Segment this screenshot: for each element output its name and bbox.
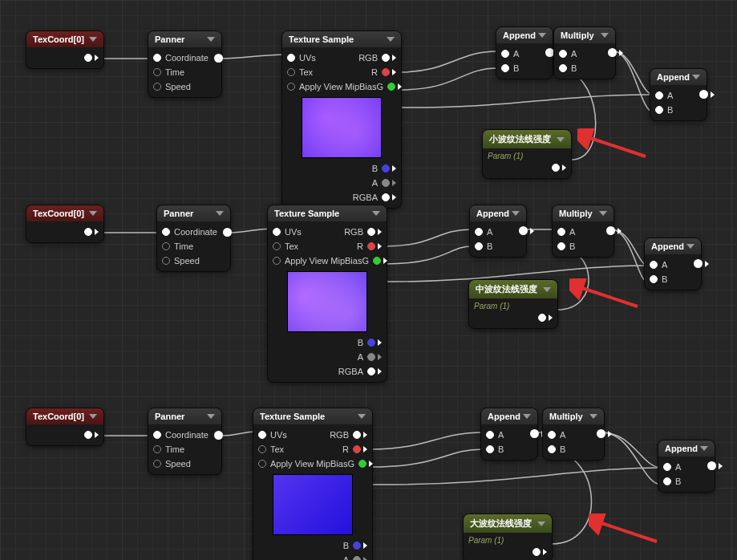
output-pin[interactable]: [538, 314, 546, 322]
collapse-icon[interactable]: [537, 521, 545, 526]
collapse-icon[interactable]: [512, 211, 520, 216]
collapse-icon[interactable]: [538, 33, 546, 38]
node-header[interactable]: Texture Sample: [253, 408, 372, 424]
node-header[interactable]: Multiply: [543, 408, 604, 424]
output-pin[interactable]: [84, 228, 92, 236]
input-pin[interactable]: [273, 257, 281, 265]
node-append[interactable]: AppendAB: [496, 26, 553, 79]
input-pin[interactable]: [153, 68, 161, 76]
output-pin[interactable]: [358, 460, 366, 468]
input-pin[interactable]: [162, 257, 170, 265]
input-pin[interactable]: [287, 54, 295, 62]
node-header[interactable]: Panner: [157, 205, 230, 221]
output-pin[interactable]: [606, 226, 615, 235]
output-pin[interactable]: [530, 429, 539, 438]
collapse-icon[interactable]: [207, 414, 215, 419]
collapse-icon[interactable]: [523, 414, 531, 419]
node-texcoord[interactable]: TexCoord[0]: [26, 408, 104, 446]
output-pin[interactable]: [707, 461, 716, 470]
collapse-icon[interactable]: [216, 211, 224, 216]
output-pin[interactable]: [84, 54, 92, 62]
input-pin[interactable]: [655, 91, 663, 99]
node-append[interactable]: AppendAB: [480, 408, 538, 461]
node-texsample[interactable]: Texture SampleUVsRGBTexRApply View MipBi…: [267, 205, 387, 383]
output-pin[interactable]: [367, 242, 375, 250]
output-pin[interactable]: [367, 367, 375, 375]
input-pin[interactable]: [153, 431, 161, 439]
node-append[interactable]: AppendAB: [644, 237, 702, 290]
output-pin[interactable]: [382, 54, 390, 62]
output-pin[interactable]: [387, 83, 395, 91]
output-pin[interactable]: [214, 54, 223, 63]
node-header[interactable]: 中波纹法线强度: [469, 280, 557, 298]
node-panner[interactable]: PannerCoordinateTimeSpeed: [148, 408, 222, 475]
node-multiply[interactable]: MultiplyAB: [542, 408, 605, 461]
node-header[interactable]: Panner: [148, 408, 221, 424]
output-pin[interactable]: [367, 339, 375, 347]
input-pin[interactable]: [501, 64, 509, 72]
collapse-icon[interactable]: [358, 414, 366, 419]
input-pin[interactable]: [273, 242, 281, 250]
collapse-icon[interactable]: [692, 75, 700, 79]
node-header[interactable]: 大波纹法线强度: [464, 514, 552, 533]
input-pin[interactable]: [650, 261, 658, 269]
output-pin[interactable]: [519, 226, 528, 235]
collapse-icon[interactable]: [372, 211, 380, 216]
node-param[interactable]: 中波纹法线强度Param (1): [468, 279, 558, 329]
collapse-icon[interactable]: [686, 244, 694, 249]
input-pin[interactable]: [663, 463, 671, 471]
node-param[interactable]: 小波纹法线强度Param (1): [482, 129, 572, 179]
input-pin[interactable]: [258, 431, 266, 439]
output-pin[interactable]: [353, 431, 361, 439]
input-pin[interactable]: [559, 64, 567, 72]
node-header[interactable]: Append: [645, 238, 701, 254]
node-header[interactable]: Append: [496, 27, 553, 43]
input-pin[interactable]: [258, 460, 266, 468]
input-pin[interactable]: [162, 242, 170, 250]
node-header[interactable]: 小波纹法线强度: [483, 130, 571, 148]
node-param[interactable]: 大波纹法线强度Param (1): [463, 513, 553, 560]
collapse-icon[interactable]: [89, 211, 97, 216]
collapse-icon[interactable]: [89, 37, 97, 42]
input-pin[interactable]: [258, 445, 266, 453]
input-pin[interactable]: [486, 431, 494, 439]
input-pin[interactable]: [153, 54, 161, 62]
input-pin[interactable]: [162, 228, 170, 236]
collapse-icon[interactable]: [557, 137, 565, 142]
input-pin[interactable]: [153, 460, 161, 468]
input-pin[interactable]: [475, 242, 483, 250]
output-pin[interactable]: [533, 548, 541, 556]
output-pin[interactable]: [367, 353, 375, 361]
node-header[interactable]: Append: [470, 205, 526, 221]
node-header[interactable]: TexCoord[0]: [26, 31, 103, 47]
node-texsample[interactable]: Texture SampleUVsRGBTexRApply View MipBi…: [253, 408, 373, 560]
node-header[interactable]: Texture Sample: [282, 31, 401, 47]
node-header[interactable]: Multiply: [553, 205, 613, 221]
output-pin[interactable]: [373, 257, 381, 265]
input-pin[interactable]: [548, 431, 556, 439]
node-header[interactable]: Append: [650, 69, 707, 85]
input-pin[interactable]: [153, 445, 161, 453]
input-pin[interactable]: [655, 106, 663, 114]
node-header[interactable]: TexCoord[0]: [26, 205, 103, 221]
node-multiply[interactable]: MultiplyAB: [553, 26, 616, 79]
node-append[interactable]: AppendAB: [650, 68, 707, 121]
input-pin[interactable]: [548, 445, 556, 453]
node-header[interactable]: Append: [481, 408, 537, 424]
output-pin[interactable]: [382, 179, 390, 187]
collapse-icon[interactable]: [89, 414, 97, 419]
output-pin[interactable]: [353, 445, 361, 453]
input-pin[interactable]: [557, 242, 565, 250]
input-pin[interactable]: [559, 50, 567, 58]
node-texcoord[interactable]: TexCoord[0]: [26, 205, 104, 243]
node-panner[interactable]: PannerCoordinateTimeSpeed: [156, 205, 231, 272]
collapse-icon[interactable]: [700, 446, 708, 451]
node-header[interactable]: Multiply: [554, 27, 615, 43]
node-header[interactable]: Panner: [148, 31, 221, 47]
input-pin[interactable]: [557, 228, 565, 236]
collapse-icon[interactable]: [589, 414, 597, 419]
node-append[interactable]: AppendAB: [658, 440, 715, 493]
output-pin[interactable]: [367, 228, 375, 236]
output-pin[interactable]: [353, 542, 361, 550]
output-pin[interactable]: [694, 259, 703, 268]
